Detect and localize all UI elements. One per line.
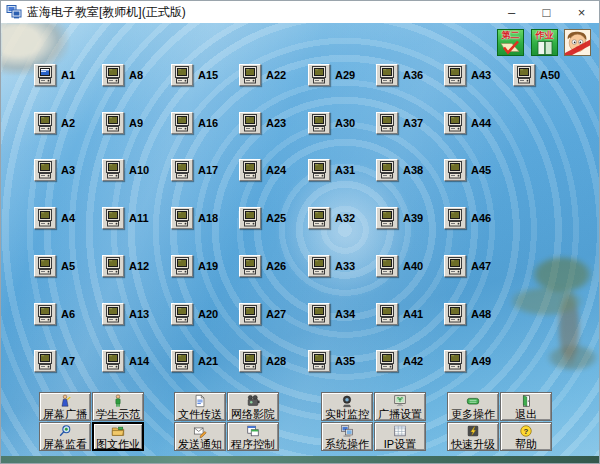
maximize-button[interactable]: □: [529, 1, 564, 23]
computer-item[interactable]: A31: [308, 159, 355, 181]
screen-broadcast-button[interactable]: 屏幕广播: [39, 392, 91, 421]
computer-item[interactable]: A14: [102, 350, 149, 372]
student-demo-button[interactable]: 学生示范: [92, 392, 144, 421]
computer-label: A8: [129, 69, 143, 81]
ip-settings-button[interactable]: IP设置: [374, 422, 426, 451]
computer-icon: [239, 112, 261, 134]
send-notice-button[interactable]: 发送通知: [174, 422, 226, 451]
computer-item[interactable]: A8: [102, 64, 143, 86]
computer-icon: [239, 350, 261, 372]
computer-item[interactable]: A6: [34, 303, 75, 325]
computer-item[interactable]: A12: [102, 255, 149, 277]
computer-item[interactable]: A43: [444, 64, 491, 86]
computer-item[interactable]: A40: [376, 255, 423, 277]
computer-item[interactable]: A28: [239, 350, 286, 372]
computer-item[interactable]: A34: [308, 303, 355, 325]
computer-item[interactable]: A33: [308, 255, 355, 277]
computer-item[interactable]: A50: [513, 64, 560, 86]
minimize-button[interactable]: –: [494, 1, 529, 23]
computer-item[interactable]: A37: [376, 112, 423, 134]
computer-item[interactable]: A29: [308, 64, 355, 86]
document-icon: [193, 394, 207, 408]
quick-upgrade-button[interactable]: 快速升级: [447, 422, 499, 451]
toolbar-button-label: 系统操作: [325, 438, 369, 450]
mail-pencil-icon: [193, 424, 207, 438]
computer-item[interactable]: A49: [444, 350, 491, 372]
help-button[interactable]: ?帮助: [500, 422, 552, 451]
computer-label: A7: [61, 355, 75, 367]
computer-item[interactable]: A38: [376, 159, 423, 181]
program-control-button[interactable]: 程序控制: [227, 422, 279, 451]
screen-watch-button[interactable]: 屏幕监看: [39, 422, 91, 451]
computer-item[interactable]: A24: [239, 159, 286, 181]
computer-item[interactable]: A22: [239, 64, 286, 86]
window-title: 蓝海电子教室[教师机](正式版): [27, 4, 186, 21]
computer-icon: [239, 64, 261, 86]
computer-item[interactable]: A39: [376, 207, 423, 229]
toolbar-button-label: 图文作业: [96, 438, 140, 450]
computer-icon: [102, 207, 124, 229]
system-operation-button[interactable]: 系统操作: [321, 422, 373, 451]
computer-item[interactable]: A45: [444, 159, 491, 181]
computer-label: A10: [129, 164, 149, 176]
computer-item[interactable]: A27: [239, 303, 286, 325]
toolbar-button-label: 广播设置: [378, 408, 422, 420]
toolbar-button-label: 发送通知: [178, 438, 222, 450]
computer-item[interactable]: A2: [34, 112, 75, 134]
computer-label: A37: [403, 117, 423, 129]
computer-label: A2: [61, 117, 75, 129]
computer-item[interactable]: A13: [102, 303, 149, 325]
computer-item[interactable]: A46: [444, 207, 491, 229]
computer-item[interactable]: A17: [171, 159, 218, 181]
computer-icon: [308, 64, 330, 86]
computer-item[interactable]: A30: [308, 112, 355, 134]
computer-icon: [308, 303, 330, 325]
exit-button[interactable]: 退出: [500, 392, 552, 421]
more-operations-button[interactable]: 更多操作: [447, 392, 499, 421]
computer-item[interactable]: A4: [34, 207, 75, 229]
computer-icon: [444, 303, 466, 325]
computer-item[interactable]: A26: [239, 255, 286, 277]
computer-label: A15: [198, 69, 218, 81]
computer-item[interactable]: A10: [102, 159, 149, 181]
computer-icon: [102, 159, 124, 181]
broadcast-settings-button[interactable]: 广播设置: [374, 392, 426, 421]
computer-item[interactable]: A23: [239, 112, 286, 134]
computer-item[interactable]: A9: [102, 112, 143, 134]
computer-label: A39: [403, 212, 423, 224]
computer-item[interactable]: A18: [171, 207, 218, 229]
computer-item[interactable]: A42: [376, 350, 423, 372]
close-button[interactable]: ×: [564, 1, 599, 23]
computer-icon: [376, 303, 398, 325]
computer-item[interactable]: A19: [171, 255, 218, 277]
computer-icon: [171, 255, 193, 277]
computer-item[interactable]: A44: [444, 112, 491, 134]
computer-item[interactable]: A35: [308, 350, 355, 372]
computer-item[interactable]: A5: [34, 255, 75, 277]
computer-label: A14: [129, 355, 149, 367]
computer-item[interactable]: A1: [34, 64, 75, 86]
computer-item[interactable]: A11: [102, 207, 149, 229]
computer-item[interactable]: A3: [34, 159, 75, 181]
computer-item[interactable]: A48: [444, 303, 491, 325]
network-cinema-button[interactable]: 网络影院: [227, 392, 279, 421]
toolbar-button-label: 实时监控: [325, 408, 369, 420]
computer-item[interactable]: A32: [308, 207, 355, 229]
computer-item[interactable]: A16: [171, 112, 218, 134]
computer-item[interactable]: A15: [171, 64, 218, 86]
file-transfer-button[interactable]: 文件传送: [174, 392, 226, 421]
computer-item[interactable]: A25: [239, 207, 286, 229]
computer-label: A17: [198, 164, 218, 176]
realtime-monitor-button[interactable]: 实时监控: [321, 392, 373, 421]
computer-item[interactable]: A20: [171, 303, 218, 325]
computer-item[interactable]: A36: [376, 64, 423, 86]
computer-icon: [171, 64, 193, 86]
computer-item[interactable]: A7: [34, 350, 75, 372]
computer-item[interactable]: A21: [171, 350, 218, 372]
image-text-homework-button[interactable]: 图文作业: [92, 422, 144, 451]
computer-icon: [171, 112, 193, 134]
computer-item[interactable]: A41: [376, 303, 423, 325]
toolbar-group: 更多操作退出快速升级?帮助: [447, 392, 552, 451]
toolbar: 屏幕广播学生示范屏幕监看图文作业文件传送网络影院发送通知程序控制实时监控广播设置…: [1, 392, 599, 452]
computer-item[interactable]: A47: [444, 255, 491, 277]
